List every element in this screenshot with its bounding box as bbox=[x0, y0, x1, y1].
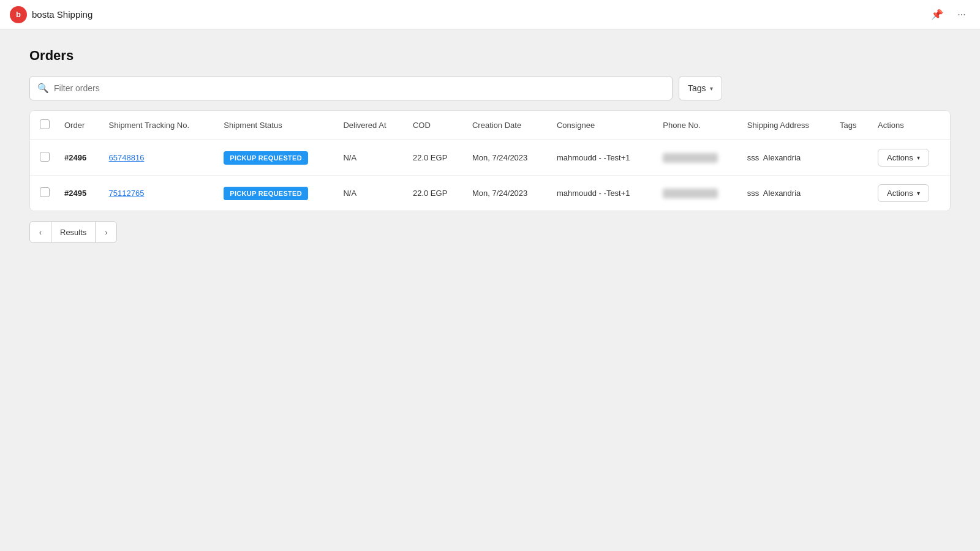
row1-cod: 22.0 EGP bbox=[405, 140, 465, 176]
row2-consignee: mahmoudd - -Test+1 bbox=[549, 176, 655, 211]
row1-order-number: #2496 bbox=[64, 153, 86, 162]
row1-actions-label: Actions bbox=[887, 153, 913, 162]
row1-tracking[interactable]: 65748816 bbox=[102, 140, 217, 176]
row1-actions-chevron-icon: ▾ bbox=[917, 154, 920, 161]
table-row: #2495 75112765 PICKUP REQUESTED N/A 22.0… bbox=[30, 176, 950, 211]
page-results: Results bbox=[51, 221, 95, 243]
pin-icon[interactable]: 📌 bbox=[929, 6, 946, 23]
tags-chevron-icon: ▾ bbox=[710, 85, 713, 92]
table-body: #2496 65748816 PICKUP REQUESTED N/A 22.0… bbox=[30, 140, 950, 211]
col-actions: Actions bbox=[870, 111, 950, 140]
row1-tags bbox=[832, 140, 870, 176]
orders-table: Order Shipment Tracking No. Shipment Sta… bbox=[30, 111, 950, 211]
main-content: Orders 🔍 Tags ▾ Order Shipment Tracking … bbox=[0, 29, 980, 261]
col-tracking: Shipment Tracking No. bbox=[102, 111, 217, 140]
app-name: bosta Shipping bbox=[32, 9, 92, 20]
prev-page-button[interactable]: ‹ bbox=[29, 221, 51, 243]
search-input[interactable] bbox=[54, 83, 665, 93]
search-box[interactable]: 🔍 bbox=[29, 76, 673, 100]
orders-table-wrapper: Order Shipment Tracking No. Shipment Sta… bbox=[29, 110, 951, 211]
row1-checkbox[interactable] bbox=[40, 152, 50, 162]
select-all-header bbox=[30, 111, 57, 140]
row2-actions-button[interactable]: Actions ▾ bbox=[878, 184, 929, 202]
row1-delivered: N/A bbox=[336, 140, 405, 176]
select-all-checkbox[interactable] bbox=[40, 119, 50, 129]
row2-tracking[interactable]: 75112765 bbox=[102, 176, 217, 211]
col-cod: COD bbox=[405, 111, 465, 140]
topbar-left: b bosta Shipping bbox=[10, 6, 92, 23]
pagination: ‹ Results › bbox=[29, 221, 951, 243]
page-title: Orders bbox=[29, 48, 951, 64]
table-header: Order Shipment Tracking No. Shipment Sta… bbox=[30, 111, 950, 140]
row2-phone: blurred bbox=[655, 176, 740, 211]
tags-label: Tags bbox=[688, 83, 706, 93]
topbar-right: 📌 ··· bbox=[929, 6, 970, 23]
row2-actions-label: Actions bbox=[887, 189, 913, 198]
prev-icon: ‹ bbox=[39, 228, 42, 237]
row1-order: #2496 bbox=[57, 140, 102, 176]
col-order: Order bbox=[57, 111, 102, 140]
row1-phone: blurred bbox=[655, 140, 740, 176]
col-phone: Phone No. bbox=[655, 111, 740, 140]
row1-phone-blurred: blurred bbox=[663, 153, 718, 163]
row1-actions-button[interactable]: Actions ▾ bbox=[878, 149, 929, 167]
row2-tracking-link[interactable]: 75112765 bbox=[109, 189, 145, 198]
next-icon: › bbox=[105, 228, 107, 237]
table-row: #2496 65748816 PICKUP REQUESTED N/A 22.0… bbox=[30, 140, 950, 176]
col-delivered: Delivered At bbox=[336, 111, 405, 140]
more-icon[interactable]: ··· bbox=[953, 6, 970, 23]
row1-tracking-link[interactable]: 65748816 bbox=[109, 153, 145, 162]
row2-status: PICKUP REQUESTED bbox=[216, 176, 336, 211]
row1-status: PICKUP REQUESTED bbox=[216, 140, 336, 176]
row2-order-number: #2495 bbox=[64, 189, 86, 198]
col-status: Shipment Status bbox=[216, 111, 336, 140]
row2-phone-blurred: blurred bbox=[663, 189, 718, 198]
row2-order: #2495 bbox=[57, 176, 102, 211]
toolbar: 🔍 Tags ▾ bbox=[29, 76, 951, 100]
row2-cod: 22.0 EGP bbox=[405, 176, 465, 211]
row1-creation: Mon, 7/24/2023 bbox=[465, 140, 549, 176]
search-icon: 🔍 bbox=[37, 83, 49, 94]
results-label: Results bbox=[60, 228, 86, 237]
col-address: Shipping Address bbox=[740, 111, 832, 140]
next-page-button[interactable]: › bbox=[95, 221, 117, 243]
table-header-row: Order Shipment Tracking No. Shipment Sta… bbox=[30, 111, 950, 140]
row1-status-badge: PICKUP REQUESTED bbox=[224, 151, 308, 165]
row1-consignee: mahmoudd - -Test+1 bbox=[549, 140, 655, 176]
row1-address: sss Alexandria bbox=[740, 140, 832, 176]
row2-actions-cell: Actions ▾ bbox=[870, 176, 950, 211]
row2-tags bbox=[832, 176, 870, 211]
row2-creation: Mon, 7/24/2023 bbox=[465, 176, 549, 211]
row2-status-badge: PICKUP REQUESTED bbox=[224, 187, 308, 200]
bosta-logo: b bbox=[10, 6, 27, 23]
row2-checkbox-cell bbox=[30, 176, 57, 211]
row2-checkbox[interactable] bbox=[40, 187, 50, 197]
topbar: b bosta Shipping 📌 ··· bbox=[0, 0, 980, 29]
row2-address: sss Alexandria bbox=[740, 176, 832, 211]
col-tags: Tags bbox=[832, 111, 870, 140]
col-creation: Creation Date bbox=[465, 111, 549, 140]
row1-checkbox-cell bbox=[30, 140, 57, 176]
tags-button[interactable]: Tags ▾ bbox=[679, 76, 722, 100]
row1-actions-cell: Actions ▾ bbox=[870, 140, 950, 176]
row2-delivered: N/A bbox=[336, 176, 405, 211]
logo-letter: b bbox=[16, 10, 21, 19]
row2-actions-chevron-icon: ▾ bbox=[917, 190, 920, 197]
col-consignee: Consignee bbox=[549, 111, 655, 140]
